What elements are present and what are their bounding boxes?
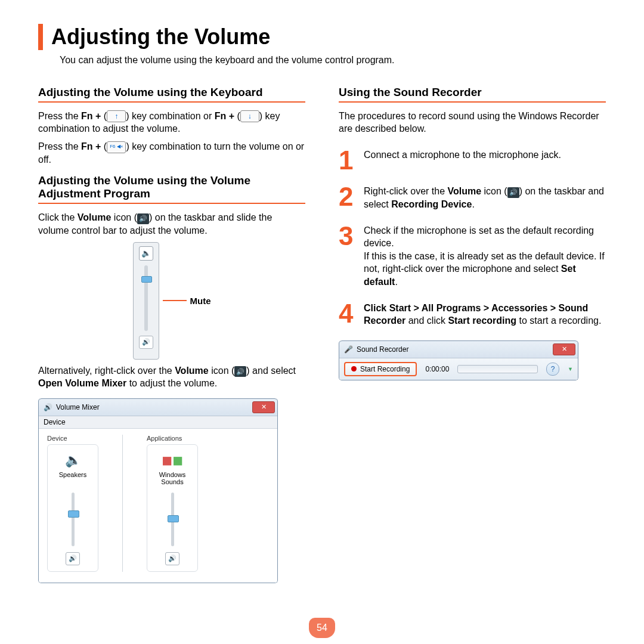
dropdown-icon[interactable]: ▼: [568, 366, 573, 372]
recorder-icon: 🎤: [344, 345, 353, 354]
volume-icon: 🔊: [507, 187, 519, 198]
step-4: 4 Click Start > All Programs > Accessori…: [339, 302, 606, 327]
winsounds-slider[interactable]: [171, 493, 174, 546]
section-heading-recorder: Using the Sound Recorder: [339, 86, 606, 103]
page-title: Adjusting the Volume: [51, 24, 270, 49]
mixer-icon: 🔊: [44, 403, 52, 411]
step-2-number: 2: [339, 185, 355, 210]
fn-key-up-icon: ↑: [107, 110, 126, 122]
close-button[interactable]: ✕: [252, 401, 275, 413]
keyboard-para-2: Press the Fn + (F6 ◀×) key combination t…: [38, 140, 305, 166]
volume-icon: 🔊: [137, 213, 149, 224]
step-3-number: 3: [339, 224, 355, 289]
mute-label: Mute: [190, 296, 211, 306]
program-para-1: Click the Volume icon (🔊) on the taskbar…: [38, 211, 305, 237]
section-heading-keyboard: Adjusting the Volume using the Keyboard: [38, 86, 305, 103]
step-2: 2 Right-click over the Volume icon (🔊) o…: [339, 185, 606, 210]
mixer-item-speakers: 🔈 Speakers 🔊: [47, 444, 98, 572]
speakers-thumb[interactable]: [68, 510, 79, 518]
mixer-title: Volume Mixer: [56, 403, 252, 411]
speakers-mute[interactable]: 🔊: [66, 552, 80, 565]
winsounds-thumb[interactable]: [168, 515, 179, 522]
keyboard-para-1: Press the Fn + (↑) key combination or Fn…: [38, 110, 305, 135]
recorder-intro: The procedures to record sound using the…: [339, 110, 606, 135]
sound-recorder-window: 🎤 Sound Recorder ✕ Start Recording 0:00:…: [339, 340, 578, 380]
intro-text: You can adjust the volume using the keyb…: [60, 54, 606, 67]
step-3: 3 Check if the microphone is set as the …: [339, 224, 606, 289]
step-1-number: 1: [339, 148, 355, 172]
step-4-number: 4: [339, 302, 355, 327]
mixer-menu-device[interactable]: Device: [39, 416, 277, 429]
step-1-text: Connect a microphone to the microphone j…: [364, 148, 561, 172]
callout-line: [163, 300, 187, 301]
speaker-icon: 🔈: [139, 246, 153, 261]
start-recording-button[interactable]: Start Recording: [344, 362, 417, 376]
record-dot-icon: [351, 366, 357, 371]
help-button[interactable]: ?: [546, 363, 559, 376]
windows-icon: ◼◼: [163, 451, 182, 470]
volume-mixer-window: 🔊 Volume Mixer ✕ Device Device 🔈 Speaker…: [38, 398, 278, 583]
step-2-text: Right-click over the Volume icon (🔊) on …: [364, 185, 606, 210]
fn-key-mute-icon: F6 ◀×: [107, 141, 126, 153]
step-3-text: Check if the microphone is set as the de…: [364, 224, 606, 289]
step-4-text: Click Start > All Programs > Accessories…: [364, 302, 606, 327]
mixer-item-windows-sounds: ◼◼ Windows Sounds 🔊: [147, 444, 198, 572]
section-heading-program: Adjusting the Volume using the Volume Ad…: [38, 174, 305, 204]
mute-button[interactable]: 🔊: [139, 336, 153, 349]
program-para-2: Alternatively, right-click over the Volu…: [38, 364, 305, 390]
accent-bar: [38, 24, 43, 50]
close-button[interactable]: ✕: [553, 343, 575, 355]
volume-icon: 🔊: [234, 366, 246, 377]
volume-track[interactable]: [144, 265, 148, 331]
fn-key-down-icon: ↓: [240, 110, 259, 122]
mixer-group-device: Device: [47, 435, 98, 442]
speakers-slider[interactable]: [72, 493, 75, 546]
mixer-group-apps: Applications: [147, 435, 198, 442]
slider-footer: [145, 351, 146, 357]
recording-time: 0:00:00: [425, 365, 449, 373]
winsounds-mute[interactable]: 🔊: [165, 552, 179, 565]
volume-thumb[interactable]: [141, 276, 152, 283]
volume-slider-popup: 🔈 🔊: [133, 242, 159, 360]
speakers-icon: 🔈: [63, 451, 82, 470]
step-1: 1 Connect a microphone to the microphone…: [339, 148, 606, 172]
recorder-title: Sound Recorder: [357, 345, 553, 354]
recording-progress: [457, 365, 538, 373]
page-number: 54: [309, 618, 335, 638]
